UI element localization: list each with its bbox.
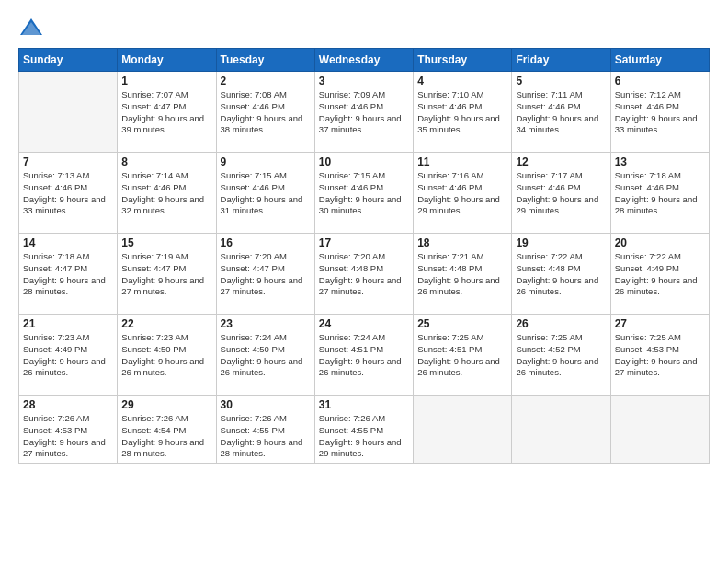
calendar-cell: 28Sunrise: 7:26 AMSunset: 4:53 PMDayligh… <box>19 396 118 464</box>
calendar-header-row: SundayMondayTuesdayWednesdayThursdayFrid… <box>19 49 710 72</box>
day-header-tuesday: Tuesday <box>216 49 314 72</box>
calendar-week-4: 28Sunrise: 7:26 AMSunset: 4:53 PMDayligh… <box>19 396 710 464</box>
calendar-cell: 20Sunrise: 7:22 AMSunset: 4:49 PMDayligh… <box>610 234 709 315</box>
calendar-cell: 15Sunrise: 7:19 AMSunset: 4:47 PMDayligh… <box>118 234 216 315</box>
calendar-cell: 17Sunrise: 7:20 AMSunset: 4:48 PMDayligh… <box>314 234 413 315</box>
day-header-friday: Friday <box>512 49 610 72</box>
page-container: SundayMondayTuesdayWednesdayThursdayFrid… <box>0 0 728 563</box>
calendar-cell: 16Sunrise: 7:20 AMSunset: 4:47 PMDayligh… <box>216 234 314 315</box>
calendar-week-3: 21Sunrise: 7:23 AMSunset: 4:49 PMDayligh… <box>19 315 710 396</box>
calendar-cell: 24Sunrise: 7:24 AMSunset: 4:51 PMDayligh… <box>314 315 413 396</box>
calendar-cell: 2Sunrise: 7:08 AMSunset: 4:46 PMDaylight… <box>216 72 314 153</box>
day-info: Sunrise: 7:12 AMSunset: 4:46 PMDaylight:… <box>615 89 705 136</box>
day-info: Sunrise: 7:24 AMSunset: 4:51 PMDaylight:… <box>319 332 409 379</box>
day-header-sunday: Sunday <box>19 49 118 72</box>
day-number: 16 <box>221 236 311 249</box>
calendar-cell: 4Sunrise: 7:10 AMSunset: 4:46 PMDaylight… <box>414 72 512 153</box>
day-number: 14 <box>23 236 113 249</box>
day-info: Sunrise: 7:25 AMSunset: 4:53 PMDaylight:… <box>615 332 705 379</box>
day-number: 25 <box>417 317 507 330</box>
day-info: Sunrise: 7:24 AMSunset: 4:50 PMDaylight:… <box>221 332 311 379</box>
day-number: 2 <box>221 75 311 87</box>
calendar-cell: 25Sunrise: 7:25 AMSunset: 4:51 PMDayligh… <box>414 315 512 396</box>
day-number: 13 <box>615 155 705 168</box>
day-number: 6 <box>615 75 705 87</box>
calendar-cell: 9Sunrise: 7:15 AMSunset: 4:46 PMDaylight… <box>216 153 314 234</box>
calendar-cell <box>414 396 512 464</box>
day-header-saturday: Saturday <box>610 49 709 72</box>
day-number: 4 <box>417 75 507 87</box>
day-number: 31 <box>319 398 409 411</box>
day-number: 8 <box>121 155 211 168</box>
day-number: 30 <box>221 398 311 411</box>
day-number: 9 <box>221 155 311 168</box>
day-info: Sunrise: 7:07 AMSunset: 4:47 PMDaylight:… <box>121 89 211 136</box>
day-number: 17 <box>319 236 409 249</box>
day-info: Sunrise: 7:08 AMSunset: 4:46 PMDaylight:… <box>221 89 311 136</box>
day-info: Sunrise: 7:19 AMSunset: 4:47 PMDaylight:… <box>121 251 211 298</box>
day-number: 18 <box>417 236 507 249</box>
day-info: Sunrise: 7:20 AMSunset: 4:48 PMDaylight:… <box>319 251 409 298</box>
calendar-cell: 5Sunrise: 7:11 AMSunset: 4:46 PMDaylight… <box>512 72 610 153</box>
calendar-table: SundayMondayTuesdayWednesdayThursdayFrid… <box>18 48 710 464</box>
logo-icon <box>18 15 44 40</box>
calendar-cell: 18Sunrise: 7:21 AMSunset: 4:48 PMDayligh… <box>414 234 512 315</box>
calendar-week-2: 14Sunrise: 7:18 AMSunset: 4:47 PMDayligh… <box>19 234 710 315</box>
day-number: 23 <box>221 317 311 330</box>
calendar-cell <box>512 396 610 464</box>
day-number: 19 <box>516 236 606 249</box>
day-info: Sunrise: 7:23 AMSunset: 4:50 PMDaylight:… <box>121 332 211 379</box>
calendar-cell: 31Sunrise: 7:26 AMSunset: 4:55 PMDayligh… <box>314 396 413 464</box>
day-info: Sunrise: 7:15 AMSunset: 4:46 PMDaylight:… <box>319 170 409 217</box>
calendar-cell: 21Sunrise: 7:23 AMSunset: 4:49 PMDayligh… <box>19 315 118 396</box>
day-number: 15 <box>121 236 211 249</box>
day-info: Sunrise: 7:10 AMSunset: 4:46 PMDaylight:… <box>417 89 507 136</box>
calendar-cell: 12Sunrise: 7:17 AMSunset: 4:46 PMDayligh… <box>512 153 610 234</box>
day-number: 29 <box>121 398 211 411</box>
day-header-monday: Monday <box>118 49 216 72</box>
header <box>18 15 710 40</box>
calendar-cell: 6Sunrise: 7:12 AMSunset: 4:46 PMDaylight… <box>610 72 709 153</box>
day-number: 20 <box>615 236 705 249</box>
calendar-cell <box>610 396 709 464</box>
calendar-cell: 23Sunrise: 7:24 AMSunset: 4:50 PMDayligh… <box>216 315 314 396</box>
day-number: 5 <box>516 75 606 87</box>
day-info: Sunrise: 7:18 AMSunset: 4:46 PMDaylight:… <box>615 170 705 217</box>
day-number: 7 <box>23 155 113 168</box>
day-info: Sunrise: 7:18 AMSunset: 4:47 PMDaylight:… <box>23 251 113 298</box>
day-header-wednesday: Wednesday <box>314 49 413 72</box>
calendar-cell: 19Sunrise: 7:22 AMSunset: 4:48 PMDayligh… <box>512 234 610 315</box>
day-number: 28 <box>23 398 113 411</box>
calendar-cell: 10Sunrise: 7:15 AMSunset: 4:46 PMDayligh… <box>314 153 413 234</box>
day-number: 12 <box>516 155 606 168</box>
day-number: 10 <box>319 155 409 168</box>
day-info: Sunrise: 7:26 AMSunset: 4:55 PMDaylight:… <box>319 413 409 460</box>
calendar-cell: 22Sunrise: 7:23 AMSunset: 4:50 PMDayligh… <box>118 315 216 396</box>
calendar-cell: 8Sunrise: 7:14 AMSunset: 4:46 PMDaylight… <box>118 153 216 234</box>
calendar-cell: 13Sunrise: 7:18 AMSunset: 4:46 PMDayligh… <box>610 153 709 234</box>
calendar-cell: 14Sunrise: 7:18 AMSunset: 4:47 PMDayligh… <box>19 234 118 315</box>
calendar-cell: 11Sunrise: 7:16 AMSunset: 4:46 PMDayligh… <box>414 153 512 234</box>
day-info: Sunrise: 7:16 AMSunset: 4:46 PMDaylight:… <box>417 170 507 217</box>
day-info: Sunrise: 7:22 AMSunset: 4:48 PMDaylight:… <box>516 251 606 298</box>
calendar-cell: 27Sunrise: 7:25 AMSunset: 4:53 PMDayligh… <box>610 315 709 396</box>
day-number: 27 <box>615 317 705 330</box>
day-info: Sunrise: 7:11 AMSunset: 4:46 PMDaylight:… <box>516 89 606 136</box>
day-info: Sunrise: 7:20 AMSunset: 4:47 PMDaylight:… <box>221 251 311 298</box>
day-number: 11 <box>417 155 507 168</box>
day-number: 1 <box>121 75 211 87</box>
day-info: Sunrise: 7:26 AMSunset: 4:53 PMDaylight:… <box>23 413 113 460</box>
day-info: Sunrise: 7:26 AMSunset: 4:54 PMDaylight:… <box>121 413 211 460</box>
calendar-cell: 7Sunrise: 7:13 AMSunset: 4:46 PMDaylight… <box>19 153 118 234</box>
day-info: Sunrise: 7:09 AMSunset: 4:46 PMDaylight:… <box>319 89 409 136</box>
day-info: Sunrise: 7:25 AMSunset: 4:51 PMDaylight:… <box>417 332 507 379</box>
calendar-cell: 3Sunrise: 7:09 AMSunset: 4:46 PMDaylight… <box>314 72 413 153</box>
day-info: Sunrise: 7:23 AMSunset: 4:49 PMDaylight:… <box>23 332 113 379</box>
day-info: Sunrise: 7:26 AMSunset: 4:55 PMDaylight:… <box>221 413 311 460</box>
day-number: 22 <box>121 317 211 330</box>
calendar-cell <box>19 72 118 153</box>
calendar-cell: 26Sunrise: 7:25 AMSunset: 4:52 PMDayligh… <box>512 315 610 396</box>
day-number: 26 <box>516 317 606 330</box>
calendar-cell: 29Sunrise: 7:26 AMSunset: 4:54 PMDayligh… <box>118 396 216 464</box>
calendar-week-1: 7Sunrise: 7:13 AMSunset: 4:46 PMDaylight… <box>19 153 710 234</box>
